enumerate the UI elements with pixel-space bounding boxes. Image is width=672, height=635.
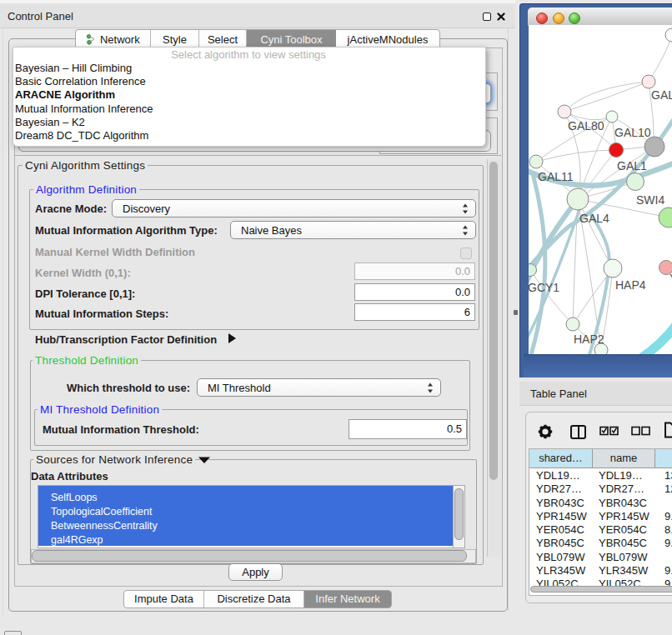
svg-text:HAP2: HAP2 (574, 332, 604, 346)
svg-text:GAL4: GAL4 (579, 212, 609, 225)
svg-text:SWI4: SWI4 (636, 193, 664, 207)
svg-text:HAP4: HAP4 (615, 278, 646, 292)
svg-text:GAL2: GAL2 (651, 88, 672, 102)
svg-text:GAL80: GAL80 (568, 119, 604, 132)
svg-text:GAL10: GAL10 (614, 126, 651, 139)
svg-text:GCY1: GCY1 (529, 281, 559, 294)
svg-text:GAL11: GAL11 (538, 170, 574, 183)
svg-text:GAL1: GAL1 (617, 159, 647, 172)
